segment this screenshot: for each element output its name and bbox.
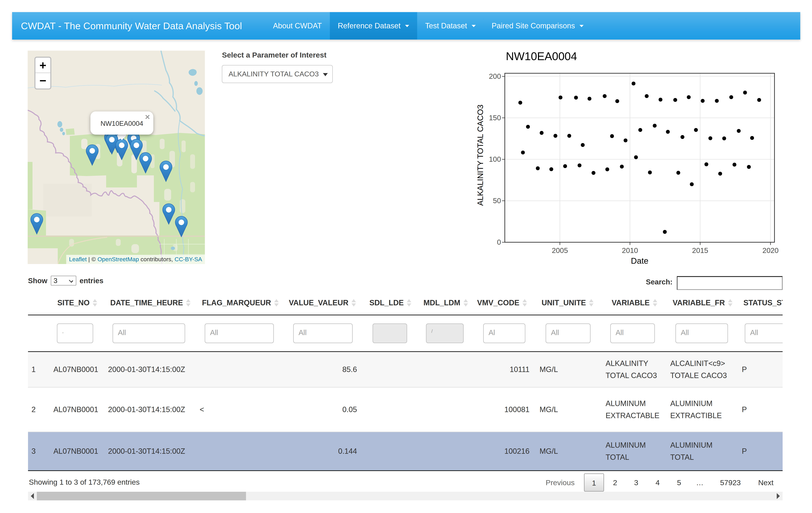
svg-text:200: 200	[489, 72, 501, 80]
svg-text:NW10EA0004: NW10EA0004	[506, 50, 577, 63]
svg-text:0: 0	[497, 238, 501, 246]
svg-text:Date: Date	[631, 256, 648, 265]
svg-text:50: 50	[493, 197, 501, 205]
svg-text:100: 100	[489, 155, 501, 163]
svg-text:2015: 2015	[692, 246, 708, 254]
svg-text:150: 150	[489, 114, 501, 122]
svg-text:ALKALINITY TOTAL CACO3: ALKALINITY TOTAL CACO3	[476, 104, 485, 206]
svg-text:2020: 2020	[762, 246, 779, 254]
svg-text:2005: 2005	[552, 246, 568, 254]
svg-text:2010: 2010	[622, 246, 638, 254]
